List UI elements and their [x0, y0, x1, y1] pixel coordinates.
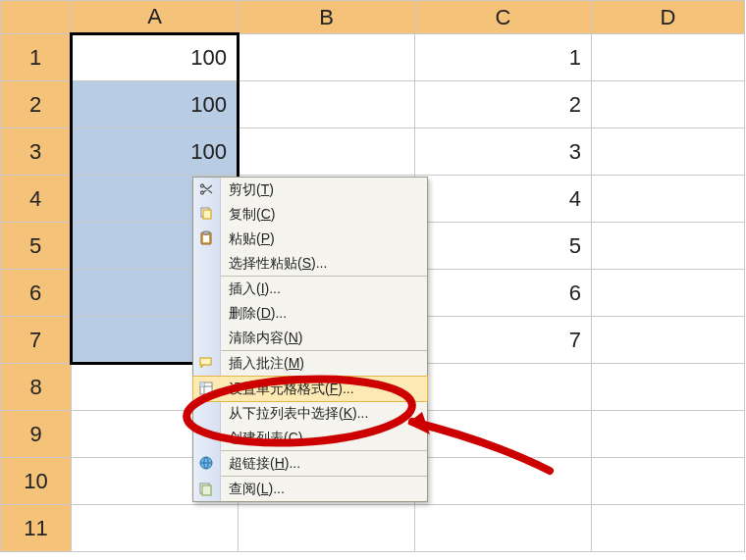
menu-item-paste[interactable]: 粘贴(P)	[193, 227, 427, 251]
cell-A3[interactable]: 100	[72, 128, 239, 176]
menu-item-pick_list[interactable]: 从下拉列表中选择(K)...	[193, 401, 427, 426]
row-header-6[interactable]: 6	[1, 270, 72, 317]
cell-C5[interactable]: 5	[415, 223, 592, 270]
context-menu: 剪切(T)复制(C)粘贴(P)选择性粘贴(S)...插入(I)...删除(D).…	[192, 177, 428, 502]
col-header-D[interactable]: D	[592, 1, 745, 34]
svg-rect-1	[203, 210, 211, 219]
menu-item-cut[interactable]: 剪切(T)	[193, 178, 427, 202]
scissors-icon	[197, 180, 215, 198]
menu-item-label: 设置单元格格式	[229, 381, 325, 396]
menu-item-label: 选择性粘贴	[229, 255, 297, 271]
cell-C8[interactable]	[415, 364, 592, 411]
cell-C6[interactable]: 6	[415, 270, 592, 317]
cell-C9[interactable]	[415, 411, 592, 458]
cell-D1[interactable]	[592, 34, 745, 81]
row-header-11[interactable]: 11	[1, 505, 72, 552]
copy-icon	[197, 205, 215, 223]
cell-D3[interactable]	[592, 128, 745, 176]
row-header-3[interactable]: 3	[1, 128, 72, 176]
cell-C11[interactable]	[415, 505, 592, 552]
row-header-5[interactable]: 5	[1, 223, 72, 270]
cell-C1[interactable]: 1	[415, 34, 592, 81]
menu-item-copy[interactable]: 复制(C)	[193, 202, 427, 227]
menu-item-mnemonic: (I)...	[256, 280, 281, 296]
hyperlink-icon	[197, 454, 215, 472]
menu-item-insert[interactable]: 插入(I)...	[193, 277, 427, 301]
col-header-C[interactable]: C	[415, 1, 592, 34]
menu-item-lookup[interactable]: 查阅(L)...	[193, 477, 427, 501]
menu-item-hyperlink[interactable]: 超链接(H)...	[193, 451, 427, 476]
cell-B1[interactable]	[239, 34, 415, 81]
menu-item-mnemonic: (L)...	[256, 481, 285, 496]
menu-item-label: 删除	[229, 305, 256, 321]
menu-item-mnemonic: (H)...	[270, 455, 300, 471]
cell-C4[interactable]: 4	[415, 176, 592, 223]
menu-item-label: 复制	[229, 206, 256, 222]
cell-B2[interactable]	[239, 81, 415, 128]
clipboard-icon	[197, 229, 215, 247]
menu-item-delete[interactable]: 删除(D)...	[193, 301, 427, 326]
menu-item-create_list[interactable]: 创建列表(C)...	[193, 426, 427, 450]
menu-item-label: 剪切	[229, 181, 256, 197]
row-header-2[interactable]: 2	[1, 81, 72, 128]
menu-item-label: 粘贴	[229, 230, 256, 246]
row-header-4[interactable]: 4	[1, 176, 72, 223]
cell-A2[interactable]: 100	[72, 81, 239, 128]
lookup-icon	[197, 480, 215, 497]
row-header-1[interactable]: 1	[1, 34, 72, 81]
cell-B3[interactable]	[239, 128, 415, 176]
cell-D5[interactable]	[592, 223, 745, 270]
cell-A11[interactable]	[72, 505, 239, 552]
row-header-7[interactable]: 7	[1, 317, 72, 364]
menu-item-mnemonic: (K)...	[339, 405, 368, 421]
cell-D9[interactable]	[592, 411, 745, 458]
select-all-corner[interactable]	[1, 1, 72, 34]
menu-item-mnemonic: (T)	[256, 181, 274, 197]
menu-item-label: 插入批注	[229, 355, 284, 371]
comment-icon	[197, 354, 215, 372]
cell-D8[interactable]	[592, 364, 745, 411]
menu-item-fmt_cells[interactable]: 设置单元格格式(F)...	[193, 377, 427, 401]
cell-D11[interactable]	[592, 505, 745, 552]
menu-item-paste_s[interactable]: 选择性粘贴(S)...	[193, 251, 427, 276]
svg-rect-3	[203, 231, 209, 234]
row-header-8[interactable]: 8	[1, 364, 72, 411]
row-header-10[interactable]: 10	[1, 458, 72, 505]
menu-item-label: 查阅	[229, 481, 256, 496]
cell-C2[interactable]: 2	[415, 81, 592, 128]
cell-D6[interactable]	[592, 270, 745, 317]
cell-B11[interactable]	[239, 505, 415, 552]
menu-item-mnemonic: (P)	[256, 230, 275, 246]
menu-item-mnemonic: (C)...	[284, 430, 314, 445]
menu-item-ins_cmt[interactable]: 插入批注(M)	[193, 351, 427, 376]
menu-item-mnemonic: (C)	[256, 206, 275, 222]
cell-C3[interactable]: 3	[415, 128, 592, 176]
cell-C7[interactable]: 7	[415, 317, 592, 364]
cell-D4[interactable]	[592, 176, 745, 223]
menu-item-mnemonic: (M)	[284, 355, 304, 371]
col-header-A[interactable]: A	[72, 1, 239, 34]
cell-D7[interactable]	[592, 317, 745, 364]
cell-D2[interactable]	[592, 81, 745, 128]
svg-rect-5	[200, 358, 211, 365]
menu-item-label: 创建列表	[229, 430, 284, 445]
svg-rect-4	[203, 235, 209, 242]
format-icon	[197, 380, 215, 397]
cell-D10[interactable]	[592, 458, 745, 505]
menu-item-label: 从下拉列表中选择	[229, 405, 339, 421]
menu-item-label: 超链接	[229, 455, 270, 471]
menu-item-mnemonic: (N)	[284, 330, 302, 345]
menu-item-label: 清除内容	[229, 330, 284, 345]
svg-rect-7	[200, 382, 204, 386]
cell-A1[interactable]: 100	[72, 34, 239, 81]
menu-item-mnemonic: (D)...	[256, 305, 287, 321]
row-header-9[interactable]: 9	[1, 411, 72, 458]
menu-item-mnemonic: (S)...	[297, 255, 327, 271]
cell-C10[interactable]	[415, 458, 592, 505]
menu-item-label: 插入	[229, 280, 256, 296]
col-header-B[interactable]: B	[239, 1, 415, 34]
menu-item-clear[interactable]: 清除内容(N)	[193, 326, 427, 350]
menu-item-mnemonic: (F)...	[325, 381, 354, 396]
svg-rect-10	[202, 485, 211, 495]
